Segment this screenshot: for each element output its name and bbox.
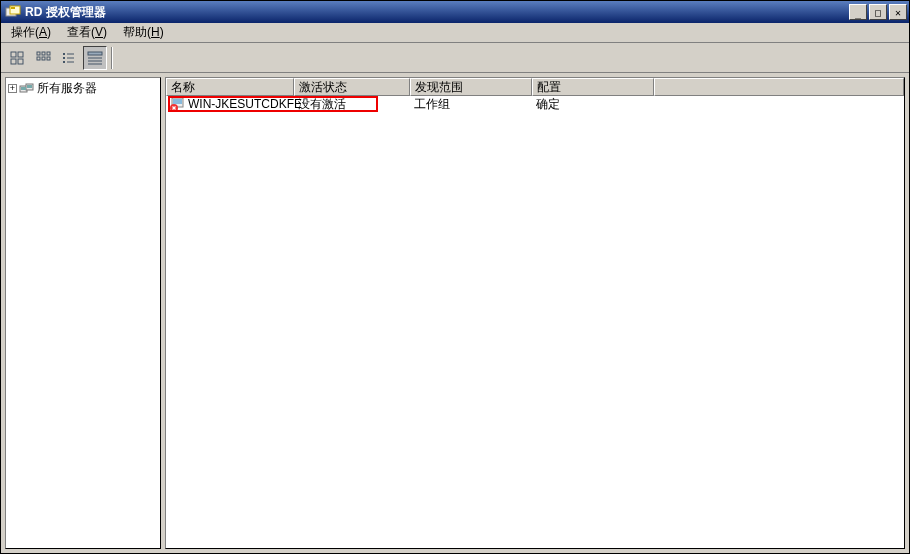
details-icon bbox=[87, 50, 103, 66]
toolbar bbox=[1, 43, 909, 73]
svg-rect-12 bbox=[47, 57, 50, 60]
cell-name: WIN-JKESUTCDKFE bbox=[166, 96, 294, 112]
svg-rect-8 bbox=[42, 52, 45, 55]
list-icon bbox=[61, 50, 77, 66]
app-icon bbox=[5, 4, 21, 20]
svg-rect-7 bbox=[37, 52, 40, 55]
tree-panel[interactable]: + 所有服务器 bbox=[5, 77, 161, 549]
svg-rect-10 bbox=[37, 57, 40, 60]
svg-rect-9 bbox=[47, 52, 50, 55]
expand-toggle[interactable]: + bbox=[8, 84, 17, 93]
svg-rect-6 bbox=[18, 59, 23, 64]
toolbar-list-view-button[interactable] bbox=[57, 46, 81, 70]
window-controls: _ □ ✕ bbox=[847, 4, 907, 20]
tree-root-label: 所有服务器 bbox=[37, 80, 97, 97]
svg-rect-5 bbox=[11, 59, 16, 64]
column-header-config[interactable]: 配置 bbox=[532, 78, 654, 96]
cell-config: 确定 bbox=[532, 96, 654, 112]
svg-rect-26 bbox=[27, 85, 32, 88]
app-window: RD 授权管理器 _ □ ✕ 操作(A) 查看(V) 帮助(H) bbox=[0, 0, 910, 554]
svg-rect-28 bbox=[173, 99, 182, 104]
column-header-activation[interactable]: 激活状态 bbox=[294, 78, 410, 96]
column-header-fill bbox=[654, 78, 904, 96]
cell-activation: 没有激活 bbox=[294, 96, 410, 112]
svg-rect-3 bbox=[11, 52, 16, 57]
close-button[interactable]: ✕ bbox=[889, 4, 907, 20]
maximize-button[interactable]: □ bbox=[869, 4, 887, 20]
servers-icon bbox=[19, 81, 35, 97]
menu-action[interactable]: 操作(A) bbox=[5, 22, 57, 43]
window-title: RD 授权管理器 bbox=[25, 4, 847, 21]
toolbar-details-view-button[interactable] bbox=[83, 46, 107, 70]
menubar: 操作(A) 查看(V) 帮助(H) bbox=[1, 23, 909, 43]
large-icons-icon bbox=[9, 50, 25, 66]
titlebar: RD 授权管理器 _ □ ✕ bbox=[1, 1, 909, 23]
list-header: 名称 激活状态 发现范围 配置 bbox=[166, 78, 904, 96]
toolbar-separator bbox=[111, 47, 113, 69]
column-header-scope[interactable]: 发现范围 bbox=[410, 78, 532, 96]
tree-root-item[interactable]: + 所有服务器 bbox=[6, 78, 160, 99]
table-row[interactable]: WIN-JKESUTCDKFE 没有激活 工作组 确定 bbox=[166, 96, 904, 112]
toolbar-small-icons-button[interactable] bbox=[31, 46, 55, 70]
cell-scope: 工作组 bbox=[410, 96, 532, 112]
list-panel[interactable]: 名称 激活状态 发现范围 配置 bbox=[165, 77, 905, 549]
column-header-name[interactable]: 名称 bbox=[166, 78, 294, 96]
svg-rect-2 bbox=[11, 7, 15, 9]
svg-rect-17 bbox=[63, 61, 65, 63]
server-warning-icon bbox=[170, 96, 186, 112]
svg-rect-4 bbox=[18, 52, 23, 57]
svg-rect-15 bbox=[63, 57, 65, 59]
svg-rect-11 bbox=[42, 57, 45, 60]
svg-rect-25 bbox=[21, 87, 26, 90]
svg-rect-19 bbox=[88, 52, 102, 55]
svg-rect-13 bbox=[63, 53, 65, 55]
menu-help[interactable]: 帮助(H) bbox=[117, 22, 170, 43]
menu-view[interactable]: 查看(V) bbox=[61, 22, 113, 43]
toolbar-large-icons-button[interactable] bbox=[5, 46, 29, 70]
minimize-button[interactable]: _ bbox=[849, 4, 867, 20]
small-icons-icon bbox=[35, 50, 51, 66]
content-area: + 所有服务器 名称 激活状态 发现范围 配置 bbox=[1, 73, 909, 553]
